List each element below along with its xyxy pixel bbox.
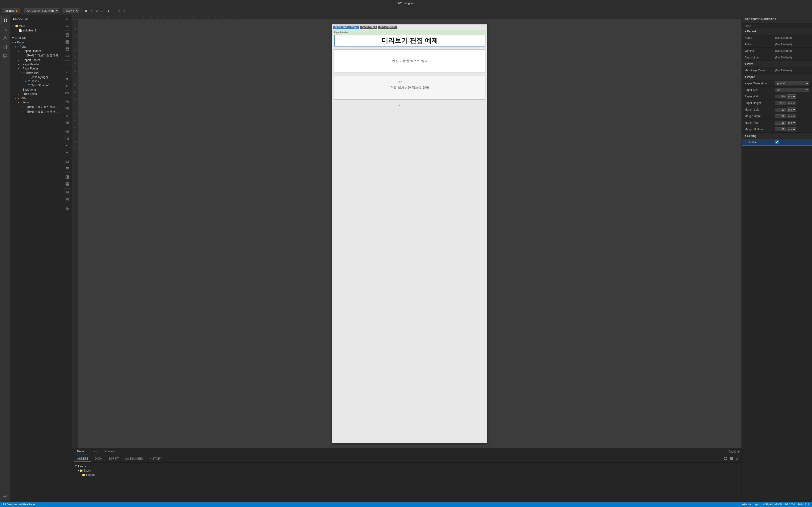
- bold-button[interactable]: B: [84, 8, 88, 13]
- activity-user-btn[interactable]: [1, 34, 9, 42]
- margin-bottom-input[interactable]: [775, 127, 786, 131]
- margin-right-unit-select[interactable]: mm: [786, 114, 796, 118]
- front-items-btn[interactable]: FRONT ITEMS: [378, 25, 397, 29]
- paper-orientation-select[interactable]: portrait: [775, 81, 809, 86]
- outline-row-box[interactable]: ▾ ▪ [Row Box]: [10, 71, 62, 75]
- canvas-tab-report[interactable]: Report: [74, 449, 88, 454]
- hi-btn[interactable]: HI: [63, 142, 71, 149]
- margin-right-input[interactable]: [775, 114, 786, 118]
- activity-report-btn[interactable]: [1, 43, 9, 51]
- align-left-button[interactable]: ⁝: [112, 8, 116, 13]
- underline-button[interactable]: U: [94, 8, 99, 13]
- explorer-more-btn[interactable]: ⋮: [55, 17, 59, 21]
- outline-text-non-editable[interactable]: ▸ T [Text] 편집 불가능한 텍...: [10, 109, 62, 114]
- canvas-tab-json[interactable]: Json: [89, 449, 101, 454]
- outline-text-pages[interactable]: ▸ T [Text] ${pages}: [10, 83, 62, 88]
- shapes-btn[interactable]: [63, 98, 71, 105]
- list-tool-btn[interactable]: [63, 165, 71, 172]
- select-tool-btn[interactable]: [63, 16, 71, 22]
- bottom-tab-languages[interactable]: LANGUAGES: [123, 456, 146, 462]
- paper-size-select-prop[interactable]: A4: [775, 88, 809, 92]
- margin-top-unit-select[interactable]: mm: [786, 121, 796, 125]
- non-editable-text-band[interactable]: 편집 불가능한 텍스트 영역: [334, 76, 486, 100]
- outline-report[interactable]: ▾ ▪ Report: [10, 40, 62, 45]
- activity-settings-btn[interactable]: [1, 493, 9, 501]
- prop-section-paper-header[interactable]: ▾ Paper: [742, 74, 812, 80]
- assets-stock-item[interactable]: ▾ 📁 Stock: [72, 468, 742, 473]
- prop-section-editing-header[interactable]: ▾ Editing: [742, 133, 812, 139]
- star-btn[interactable]: [63, 112, 71, 119]
- outline-items[interactable]: ▾ ▪ Items: [10, 100, 62, 105]
- prop-section-print-header[interactable]: ▾ Print: [742, 61, 812, 67]
- add-page-btn[interactable]: +: [738, 449, 740, 454]
- outline-back-items[interactable]: ▸ ▪ Back Items: [10, 88, 62, 92]
- band-btn[interactable]: [63, 53, 71, 59]
- outline-text-editable[interactable]: ▾ T [Text] 편집 가능한 텍스...: [10, 105, 62, 109]
- transform-btn[interactable]: [63, 205, 71, 212]
- editable-checkbox[interactable]: [775, 140, 779, 144]
- align-center-button[interactable]: ≡: [117, 8, 121, 13]
- move-tool-btn[interactable]: [63, 23, 71, 30]
- editable-text-band[interactable]: 편집 가능한 텍스트 영역: [334, 49, 486, 73]
- grid-btn[interactable]: [63, 128, 71, 135]
- canvas-scroll[interactable]: PAGE - 702 x 1009 px BACK ITEMS FRONT IT…: [78, 20, 742, 448]
- code-tool-btn[interactable]: <>: [63, 75, 71, 82]
- paper-size-select[interactable]: A4, 210mm x 297mm: [24, 8, 59, 13]
- assets-report-item[interactable]: 📁 Report: [72, 473, 742, 477]
- panel-btn[interactable]: [63, 135, 71, 142]
- script-tool-btn[interactable]: JS: [63, 82, 71, 89]
- text-tool-btn[interactable]: T: [63, 61, 71, 68]
- toolbar-tab-editable[interactable]: editable: [2, 8, 20, 13]
- outline-section-header[interactable]: ▾ OUTLINE: [10, 35, 62, 40]
- italic-button[interactable]: I: [90, 8, 93, 13]
- html-tool-btn[interactable]: [63, 158, 71, 165]
- tree-item-root[interactable]: ▾ 📁 예제: [10, 23, 62, 29]
- sigma-tool-btn[interactable]: Σ: [63, 68, 71, 75]
- align-right-button[interactable]: ⁝: [122, 8, 126, 13]
- paper-width-input[interactable]: [775, 95, 786, 98]
- canvas-tab-preview[interactable]: Preview: [102, 449, 117, 454]
- polygon-btn[interactable]: [63, 196, 71, 203]
- zoom-select[interactable]: 100 %: [63, 8, 80, 13]
- bottom-view-list-btn[interactable]: [729, 456, 734, 461]
- outline-text-slash[interactable]: ▸ T [Text] /: [10, 79, 62, 83]
- font-color-button[interactable]: A: [100, 8, 105, 13]
- prop-section-report-header[interactable]: ▾ Report: [742, 29, 812, 35]
- outline-page[interactable]: ▾ ▪ Page: [10, 45, 62, 49]
- bottom-tab-data[interactable]: DATA: [92, 456, 105, 462]
- activity-search-btn[interactable]: [1, 25, 9, 33]
- outline-text-title[interactable]: ▸ T [Text] 미리보기 편집 예제: [10, 53, 62, 58]
- margin-top-input[interactable]: [775, 121, 786, 125]
- outline-page-header[interactable]: ▾ ▪ Page Header: [10, 62, 62, 66]
- r2-btn[interactable]: R: [63, 149, 71, 156]
- outline-front-items[interactable]: ▸ ▪ Front Items: [10, 92, 62, 96]
- bottom-close-btn[interactable]: ✕: [735, 456, 740, 461]
- report-header-band[interactable]: 미리보기 편집 예제: [334, 35, 486, 47]
- font-highlight-button[interactable]: ▲: [106, 9, 111, 13]
- bottom-tab-assets[interactable]: ASSETS: [74, 456, 91, 462]
- outline-text-page[interactable]: ▸ T [Text] ${page}: [10, 75, 62, 79]
- crosstab-btn[interactable]: [63, 46, 71, 52]
- back-items-btn[interactable]: BACK ITEMS: [360, 25, 377, 29]
- activity-chat-btn[interactable]: [1, 52, 9, 60]
- table-list-btn[interactable]: [63, 174, 71, 180]
- paper-height-input[interactable]: [775, 101, 786, 105]
- detail-btn[interactable]: [63, 181, 71, 187]
- svg-tool-btn[interactable]: SVG: [63, 90, 71, 96]
- outline-report-header[interactable]: ▾ ▪ Report Header: [10, 49, 62, 53]
- outline-report-footer[interactable]: ▾ ▪ Report Footer: [10, 58, 62, 62]
- assets-section-header[interactable]: ▾ Assets: [72, 463, 742, 468]
- line-btn[interactable]: [63, 189, 71, 196]
- margin-bottom-unit-select[interactable]: mm: [786, 127, 796, 131]
- tree-item-file[interactable]: ▸ 📄 editable.r2: [10, 29, 62, 33]
- activity-explorer-btn[interactable]: [1, 16, 9, 24]
- margin-left-unit-select[interactable]: mm: [786, 108, 796, 112]
- margin-left-input[interactable]: [775, 108, 786, 111]
- outline-page-footer[interactable]: ▾ ▪ Page Footer: [10, 66, 62, 71]
- image-btn[interactable]: [63, 105, 71, 112]
- paper-height-unit-select[interactable]: mm: [786, 101, 796, 105]
- barcode-btn[interactable]: [63, 119, 71, 126]
- bottom-view-grid-btn[interactable]: [723, 456, 728, 461]
- matrix-btn[interactable]: [63, 39, 71, 45]
- bottom-tab-script[interactable]: SCRIPT: [106, 456, 122, 462]
